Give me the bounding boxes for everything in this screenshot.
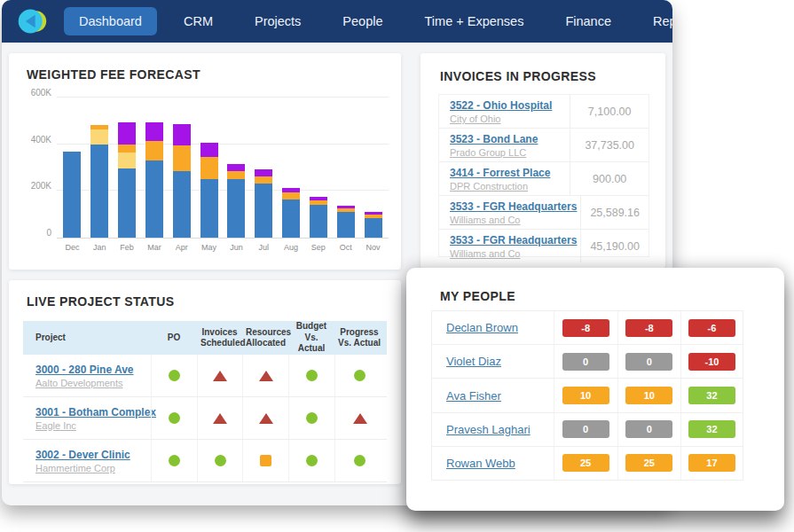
project-cell-name: 3002 - Dever ClinicHammertime Corp [23, 440, 151, 481]
my-people-title: MY PEOPLE [440, 289, 515, 303]
project-status-cell [197, 397, 242, 439]
people-score-badge: 0 [625, 353, 672, 371]
invoice-client-link[interactable]: Williams and Co [450, 248, 577, 259]
nav-item-dashboard[interactable]: Dashboard [64, 7, 157, 35]
person-link[interactable]: Declan Brown [446, 321, 554, 334]
people-score-badge: 25 [625, 454, 672, 472]
status-green-circle-icon [215, 455, 226, 466]
invoice-link[interactable]: 3533 - FGR Headquarters [450, 234, 577, 246]
invoices-panel-title: INVOICES IN PROGRESS [440, 69, 596, 83]
status-red-triangle-icon [259, 371, 273, 381]
invoice-client-link[interactable]: Williams and Co [450, 215, 577, 225]
chart-x-label-feb: Feb [114, 243, 141, 252]
live-project-status-panel: LIVE PROJECT STATUS ProjectPOInvoices Sc… [9, 280, 401, 484]
nav-item-reports[interactable]: Reports [638, 7, 672, 35]
people-score-badge: -6 [688, 319, 735, 337]
bar-segment-blue [173, 171, 191, 238]
nav-item-crm[interactable]: CRM [169, 7, 228, 35]
bar-segment-orange [255, 176, 272, 184]
people-badge-cell: 10 [554, 379, 617, 411]
nav-item-people[interactable]: People [327, 7, 397, 35]
fee-forecast-chart: 0200K400K600K DecJanFebMarAprMayJunJulAu… [20, 94, 394, 264]
project-status-cell [288, 397, 334, 439]
invoice-link[interactable]: 3522 - Ohio Hospital [450, 99, 566, 112]
column-header-progress-vs-actual: Progress Vs. Actual [334, 327, 384, 349]
people-badge-cell: 25 [617, 447, 680, 480]
invoice-amount: 45,190.00 [580, 230, 649, 262]
top-nav: DashboardCRMProjectsPeopleTime + Expense… [2, 0, 672, 43]
bar-segment-blue [282, 200, 300, 238]
invoice-cell-project: 3523 - Bond LanePrado Group LLC [439, 129, 570, 161]
chart-bars [57, 98, 389, 238]
app-logo[interactable] [16, 4, 48, 38]
invoice-row: 3522 - Ohio HospitalCity of Ohio7,100.00 [439, 95, 649, 129]
invoice-amount: 7,100.00 [570, 95, 649, 128]
invoice-amount: 37,735.00 [570, 129, 649, 161]
project-status-cell [288, 355, 334, 396]
bar-jul [255, 169, 272, 238]
bar-mar [145, 122, 163, 238]
status-green-circle-icon [306, 370, 318, 381]
invoice-client-link[interactable]: City of Ohio [450, 113, 566, 124]
column-header-invoices-scheduled: Invoices Scheduled [197, 327, 242, 349]
bar-segment-purple [227, 164, 245, 171]
invoice-link[interactable]: 3533 - FGR Headquarters [450, 200, 577, 213]
bar-oct [337, 206, 355, 238]
chart-x-label-sep: Sep [304, 243, 332, 252]
chart-x-label-apr: Apr [168, 243, 195, 252]
project-client-link[interactable]: Eagle Inc [35, 420, 76, 431]
people-badge-cell: 17 [680, 447, 743, 480]
person-link[interactable]: Pravesh Laghari [446, 423, 554, 436]
bar-segment-blue [90, 145, 108, 238]
bar-segment-blue [337, 212, 355, 238]
bar-jan [90, 125, 108, 238]
chart-y-label-600K: 600K [20, 88, 51, 98]
person-link[interactable]: Ava Fisher [446, 389, 554, 403]
chart-x-label-jan: Jan [86, 243, 114, 252]
people-cell-name: Ava Fisher [432, 389, 554, 403]
bar-segment-light-yellow [118, 153, 136, 168]
nav-item-time-expenses[interactable]: Time + Expenses [410, 7, 539, 35]
project-status-cell [242, 355, 288, 396]
project-client-link[interactable]: Hammertime Corp [35, 463, 115, 473]
people-score-badge: 10 [625, 387, 672, 404]
project-row: 3001 - Botham ComplexEagle Inc [23, 397, 387, 440]
bar-slot-jan [86, 125, 114, 238]
column-header-project: Project [23, 332, 151, 344]
bar-apr [173, 124, 191, 238]
people-row: Rowan Webb252517 [432, 447, 743, 480]
bar-slot-dec [59, 152, 86, 238]
invoice-cell-project: 3522 - Ohio HospitalCity of Ohio [439, 95, 570, 128]
person-link[interactable]: Rowan Webb [446, 457, 554, 470]
app-logo-icon [16, 5, 48, 37]
bar-slot-sep [304, 197, 332, 238]
project-status-cell [151, 355, 197, 396]
project-status-table: ProjectPOInvoices ScheduledResources All… [23, 321, 387, 477]
project-client-link[interactable]: Aalto Developments [35, 378, 122, 388]
nav-item-finance[interactable]: Finance [550, 7, 626, 35]
project-link[interactable]: 3000 - 280 Pine Ave [35, 364, 134, 376]
invoice-amount: 900.00 [570, 162, 649, 195]
project-status-cell [334, 355, 384, 396]
people-row: Violet Diaz00-10 [432, 345, 743, 379]
people-badge-cell: 0 [554, 345, 617, 378]
nav-item-projects[interactable]: Projects [240, 7, 316, 35]
invoice-link[interactable]: 3414 - Forrest Place [450, 167, 566, 179]
invoice-row: 3414 - Forrest PlaceDPR Construction900.… [439, 162, 649, 196]
people-badge-cell: -8 [617, 311, 680, 344]
people-score-badge: 10 [562, 387, 609, 404]
bar-slot-oct [332, 206, 359, 238]
invoice-client-link[interactable]: DPR Construction [450, 181, 566, 192]
project-cell-name: 3000 - 280 Pine AveAalto Developments [23, 355, 151, 396]
chart-x-label-may: May [195, 243, 223, 252]
people-cell-name: Rowan Webb [432, 457, 554, 470]
bar-slot-feb [114, 122, 141, 238]
person-link[interactable]: Violet Diaz [446, 355, 554, 368]
project-link[interactable]: 3001 - Botham Complex [35, 406, 156, 419]
invoices-table: 3522 - Ohio HospitalCity of Ohio7,100.00… [438, 94, 649, 257]
invoice-cell-project: 3533 - FGR HeadquartersWilliams and Co [439, 230, 580, 262]
people-badge-cell: 10 [617, 379, 680, 411]
invoice-link[interactable]: 3523 - Bond Lane [450, 133, 566, 145]
invoice-client-link[interactable]: Prado Group LLC [450, 147, 566, 158]
project-link[interactable]: 3002 - Dever Clinic [35, 449, 130, 461]
